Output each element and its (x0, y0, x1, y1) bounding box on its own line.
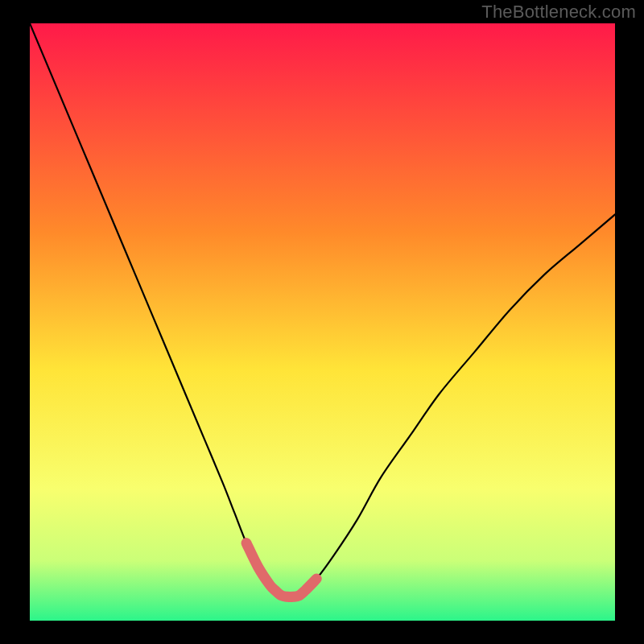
watermark-text: TheBottleneck.com (481, 2, 636, 23)
chart-frame: TheBottleneck.com (0, 0, 644, 644)
gradient-background (30, 23, 615, 621)
chart-svg (30, 23, 615, 621)
plot-area (30, 23, 615, 621)
